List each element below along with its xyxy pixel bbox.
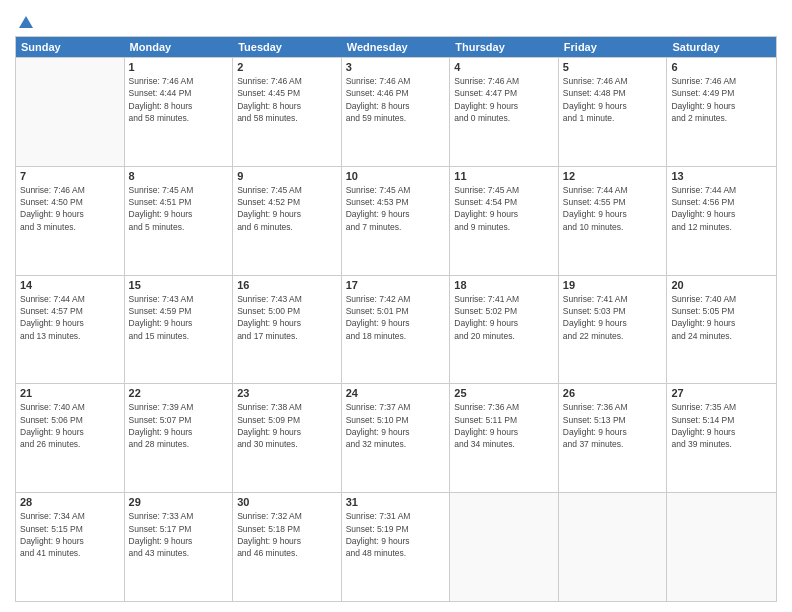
day-number: 26: [563, 387, 663, 399]
day-cell-25: 25Sunrise: 7:36 AM Sunset: 5:11 PM Dayli…: [450, 384, 559, 492]
day-number: 2: [237, 61, 337, 73]
day-number: 14: [20, 279, 120, 291]
svg-marker-0: [19, 16, 33, 28]
header-day-saturday: Saturday: [667, 37, 776, 57]
calendar-row-3: 21Sunrise: 7:40 AM Sunset: 5:06 PM Dayli…: [16, 383, 776, 492]
day-number: 22: [129, 387, 229, 399]
day-number: 19: [563, 279, 663, 291]
day-number: 13: [671, 170, 772, 182]
day-number: 1: [129, 61, 229, 73]
day-info: Sunrise: 7:35 AM Sunset: 5:14 PM Dayligh…: [671, 401, 772, 450]
day-number: 15: [129, 279, 229, 291]
page: SundayMondayTuesdayWednesdayThursdayFrid…: [0, 0, 792, 612]
day-number: 8: [129, 170, 229, 182]
day-info: Sunrise: 7:45 AM Sunset: 4:54 PM Dayligh…: [454, 184, 554, 233]
day-number: 16: [237, 279, 337, 291]
day-cell-24: 24Sunrise: 7:37 AM Sunset: 5:10 PM Dayli…: [342, 384, 451, 492]
day-number: 18: [454, 279, 554, 291]
calendar-header: SundayMondayTuesdayWednesdayThursdayFrid…: [16, 37, 776, 57]
day-info: Sunrise: 7:44 AM Sunset: 4:56 PM Dayligh…: [671, 184, 772, 233]
day-info: Sunrise: 7:43 AM Sunset: 5:00 PM Dayligh…: [237, 293, 337, 342]
day-cell-23: 23Sunrise: 7:38 AM Sunset: 5:09 PM Dayli…: [233, 384, 342, 492]
day-info: Sunrise: 7:46 AM Sunset: 4:48 PM Dayligh…: [563, 75, 663, 124]
day-cell-empty-4-4: [450, 493, 559, 601]
day-info: Sunrise: 7:37 AM Sunset: 5:10 PM Dayligh…: [346, 401, 446, 450]
day-number: 21: [20, 387, 120, 399]
day-info: Sunrise: 7:44 AM Sunset: 4:55 PM Dayligh…: [563, 184, 663, 233]
day-info: Sunrise: 7:46 AM Sunset: 4:44 PM Dayligh…: [129, 75, 229, 124]
day-cell-12: 12Sunrise: 7:44 AM Sunset: 4:55 PM Dayli…: [559, 167, 668, 275]
day-info: Sunrise: 7:43 AM Sunset: 4:59 PM Dayligh…: [129, 293, 229, 342]
day-cell-28: 28Sunrise: 7:34 AM Sunset: 5:15 PM Dayli…: [16, 493, 125, 601]
day-cell-13: 13Sunrise: 7:44 AM Sunset: 4:56 PM Dayli…: [667, 167, 776, 275]
day-cell-27: 27Sunrise: 7:35 AM Sunset: 5:14 PM Dayli…: [667, 384, 776, 492]
day-info: Sunrise: 7:41 AM Sunset: 5:03 PM Dayligh…: [563, 293, 663, 342]
day-info: Sunrise: 7:31 AM Sunset: 5:19 PM Dayligh…: [346, 510, 446, 559]
day-number: 30: [237, 496, 337, 508]
day-cell-1: 1Sunrise: 7:46 AM Sunset: 4:44 PM Daylig…: [125, 58, 234, 166]
header-day-monday: Monday: [125, 37, 234, 57]
day-info: Sunrise: 7:32 AM Sunset: 5:18 PM Dayligh…: [237, 510, 337, 559]
day-cell-14: 14Sunrise: 7:44 AM Sunset: 4:57 PM Dayli…: [16, 276, 125, 384]
day-info: Sunrise: 7:33 AM Sunset: 5:17 PM Dayligh…: [129, 510, 229, 559]
calendar-row-4: 28Sunrise: 7:34 AM Sunset: 5:15 PM Dayli…: [16, 492, 776, 601]
day-cell-empty-4-6: [667, 493, 776, 601]
day-number: 9: [237, 170, 337, 182]
day-number: 31: [346, 496, 446, 508]
day-number: 20: [671, 279, 772, 291]
day-info: Sunrise: 7:46 AM Sunset: 4:45 PM Dayligh…: [237, 75, 337, 124]
day-cell-6: 6Sunrise: 7:46 AM Sunset: 4:49 PM Daylig…: [667, 58, 776, 166]
header-day-thursday: Thursday: [450, 37, 559, 57]
calendar-body: 1Sunrise: 7:46 AM Sunset: 4:44 PM Daylig…: [16, 57, 776, 601]
day-cell-26: 26Sunrise: 7:36 AM Sunset: 5:13 PM Dayli…: [559, 384, 668, 492]
day-info: Sunrise: 7:45 AM Sunset: 4:51 PM Dayligh…: [129, 184, 229, 233]
day-info: Sunrise: 7:44 AM Sunset: 4:57 PM Dayligh…: [20, 293, 120, 342]
day-cell-30: 30Sunrise: 7:32 AM Sunset: 5:18 PM Dayli…: [233, 493, 342, 601]
day-info: Sunrise: 7:40 AM Sunset: 5:06 PM Dayligh…: [20, 401, 120, 450]
day-number: 7: [20, 170, 120, 182]
day-number: 11: [454, 170, 554, 182]
day-cell-11: 11Sunrise: 7:45 AM Sunset: 4:54 PM Dayli…: [450, 167, 559, 275]
header-day-friday: Friday: [559, 37, 668, 57]
day-info: Sunrise: 7:46 AM Sunset: 4:46 PM Dayligh…: [346, 75, 446, 124]
day-cell-16: 16Sunrise: 7:43 AM Sunset: 5:00 PM Dayli…: [233, 276, 342, 384]
day-cell-7: 7Sunrise: 7:46 AM Sunset: 4:50 PM Daylig…: [16, 167, 125, 275]
day-info: Sunrise: 7:46 AM Sunset: 4:50 PM Dayligh…: [20, 184, 120, 233]
day-cell-8: 8Sunrise: 7:45 AM Sunset: 4:51 PM Daylig…: [125, 167, 234, 275]
header-day-tuesday: Tuesday: [233, 37, 342, 57]
day-cell-31: 31Sunrise: 7:31 AM Sunset: 5:19 PM Dayli…: [342, 493, 451, 601]
day-info: Sunrise: 7:36 AM Sunset: 5:11 PM Dayligh…: [454, 401, 554, 450]
day-cell-21: 21Sunrise: 7:40 AM Sunset: 5:06 PM Dayli…: [16, 384, 125, 492]
calendar: SundayMondayTuesdayWednesdayThursdayFrid…: [15, 36, 777, 602]
day-number: 10: [346, 170, 446, 182]
day-number: 5: [563, 61, 663, 73]
day-cell-3: 3Sunrise: 7:46 AM Sunset: 4:46 PM Daylig…: [342, 58, 451, 166]
day-info: Sunrise: 7:39 AM Sunset: 5:07 PM Dayligh…: [129, 401, 229, 450]
day-info: Sunrise: 7:40 AM Sunset: 5:05 PM Dayligh…: [671, 293, 772, 342]
day-number: 3: [346, 61, 446, 73]
day-cell-9: 9Sunrise: 7:45 AM Sunset: 4:52 PM Daylig…: [233, 167, 342, 275]
day-cell-empty-0-0: [16, 58, 125, 166]
day-info: Sunrise: 7:46 AM Sunset: 4:49 PM Dayligh…: [671, 75, 772, 124]
day-cell-22: 22Sunrise: 7:39 AM Sunset: 5:07 PM Dayli…: [125, 384, 234, 492]
day-number: 24: [346, 387, 446, 399]
day-cell-19: 19Sunrise: 7:41 AM Sunset: 5:03 PM Dayli…: [559, 276, 668, 384]
day-info: Sunrise: 7:41 AM Sunset: 5:02 PM Dayligh…: [454, 293, 554, 342]
calendar-row-0: 1Sunrise: 7:46 AM Sunset: 4:44 PM Daylig…: [16, 57, 776, 166]
day-number: 23: [237, 387, 337, 399]
day-cell-18: 18Sunrise: 7:41 AM Sunset: 5:02 PM Dayli…: [450, 276, 559, 384]
day-cell-20: 20Sunrise: 7:40 AM Sunset: 5:05 PM Dayli…: [667, 276, 776, 384]
day-cell-4: 4Sunrise: 7:46 AM Sunset: 4:47 PM Daylig…: [450, 58, 559, 166]
day-cell-2: 2Sunrise: 7:46 AM Sunset: 4:45 PM Daylig…: [233, 58, 342, 166]
day-info: Sunrise: 7:38 AM Sunset: 5:09 PM Dayligh…: [237, 401, 337, 450]
day-info: Sunrise: 7:36 AM Sunset: 5:13 PM Dayligh…: [563, 401, 663, 450]
day-info: Sunrise: 7:45 AM Sunset: 4:52 PM Dayligh…: [237, 184, 337, 233]
logo-icon: [17, 14, 35, 32]
day-number: 17: [346, 279, 446, 291]
day-number: 29: [129, 496, 229, 508]
day-number: 4: [454, 61, 554, 73]
day-cell-17: 17Sunrise: 7:42 AM Sunset: 5:01 PM Dayli…: [342, 276, 451, 384]
day-info: Sunrise: 7:34 AM Sunset: 5:15 PM Dayligh…: [20, 510, 120, 559]
day-cell-15: 15Sunrise: 7:43 AM Sunset: 4:59 PM Dayli…: [125, 276, 234, 384]
day-number: 27: [671, 387, 772, 399]
